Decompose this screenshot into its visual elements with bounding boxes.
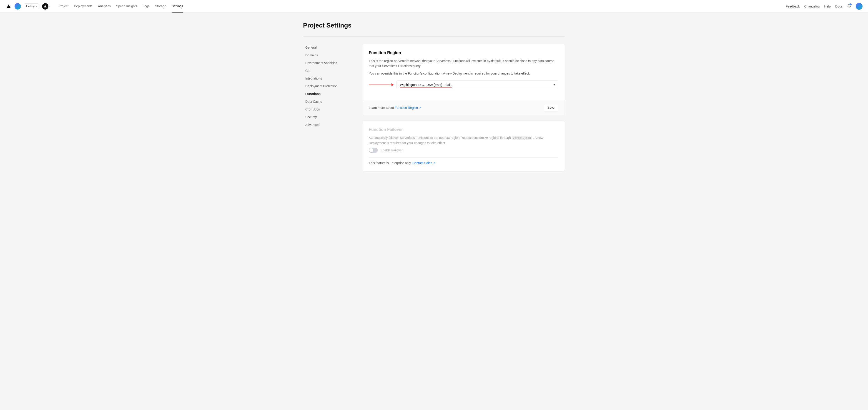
function-region-card-body: Function Region This is the region on Ve… bbox=[362, 44, 565, 100]
function-region-card-footer: Learn more about Function Region ↗ Save bbox=[362, 100, 565, 115]
sidebar-item-domains[interactable]: Domains bbox=[303, 52, 353, 59]
region-select-wrapper: Washington, D.C., USA (East) – iad1 ▾ bbox=[369, 81, 558, 89]
enterprise-notice: This feature is Enterprise only. Contact… bbox=[369, 157, 558, 165]
nav-project[interactable]: Project bbox=[59, 0, 69, 12]
function-region-link[interactable]: Function Region ↗ bbox=[395, 106, 421, 109]
nav-settings[interactable]: Settings bbox=[172, 0, 183, 12]
docs-link[interactable]: Docs bbox=[835, 4, 842, 8]
function-failover-desc: Automatically failover Serverless Functi… bbox=[369, 135, 558, 146]
red-arrow-line bbox=[369, 85, 392, 85]
toggle-wrapper: Enable Failover bbox=[369, 148, 558, 153]
page-title: Project Settings bbox=[303, 22, 565, 29]
sidebar-item-security[interactable]: Security bbox=[303, 114, 353, 121]
help-link[interactable]: Help bbox=[824, 4, 831, 8]
header-left: Hobby ▾ ▾ Project Deployments Analytics … bbox=[5, 0, 786, 12]
enable-failover-toggle[interactable] bbox=[369, 148, 378, 153]
hobby-label: Hobby bbox=[26, 4, 35, 8]
notification-bell[interactable] bbox=[847, 4, 851, 9]
function-region-desc1: This is the region on Vercel's network t… bbox=[369, 58, 558, 69]
nav-storage[interactable]: Storage bbox=[155, 0, 166, 12]
sidebar-item-env-vars[interactable]: Environment Variables bbox=[303, 59, 353, 67]
function-failover-card-body: Function Failover Automatically failover… bbox=[362, 121, 565, 171]
nav-logs[interactable]: Logs bbox=[143, 0, 150, 12]
header-right: Feedback Changelog Help Docs bbox=[786, 3, 863, 10]
sidebar: General Domains Environment Variables Gi… bbox=[303, 44, 353, 177]
external-link-icon: ↗ bbox=[419, 106, 421, 109]
region-value-underlined: Washington, D.C., USA (East) – iad1 bbox=[400, 83, 452, 88]
changelog-link[interactable]: Changelog bbox=[804, 4, 820, 8]
region-select[interactable]: Washington, D.C., USA (East) – iad1 ▾ bbox=[397, 81, 558, 89]
vercel-logo[interactable] bbox=[5, 3, 12, 9]
function-region-card: Function Region This is the region on Ve… bbox=[362, 44, 565, 115]
toggle-knob bbox=[369, 148, 373, 152]
sidebar-item-git[interactable]: Git bbox=[303, 67, 353, 74]
toggle-label: Enable Failover bbox=[380, 149, 403, 152]
function-region-title: Function Region bbox=[369, 51, 558, 55]
sidebar-item-cron-jobs[interactable]: Cron Jobs bbox=[303, 106, 353, 113]
feedback-link[interactable]: Feedback bbox=[786, 4, 800, 8]
nav-speed-insights[interactable]: Speed Insights bbox=[116, 0, 137, 12]
contact-sales-external-icon: ↗ bbox=[433, 161, 436, 165]
contact-sales-link[interactable]: Contact Sales ↗ bbox=[412, 161, 436, 165]
sidebar-item-general[interactable]: General bbox=[303, 44, 353, 51]
function-region-desc2: You can override this in the Function's … bbox=[369, 71, 558, 76]
hobby-chevron-icon: ▾ bbox=[36, 5, 37, 7]
footer-prefix: Learn more about bbox=[369, 106, 395, 109]
footer-learn-more: Learn more about Function Region ↗ bbox=[369, 106, 421, 109]
function-failover-card: Function Failover Automatically failover… bbox=[362, 121, 565, 171]
red-arrow-head bbox=[392, 83, 394, 86]
user-nav: ▾ bbox=[42, 3, 51, 9]
user-chevron-icon[interactable]: ▾ bbox=[49, 5, 51, 7]
main-nav: Project Deployments Analytics Speed Insi… bbox=[53, 0, 189, 12]
user-avatar-small[interactable] bbox=[42, 3, 49, 9]
page-divider bbox=[303, 36, 565, 37]
sidebar-item-advanced[interactable]: Advanced bbox=[303, 121, 353, 128]
sidebar-item-functions[interactable]: Functions bbox=[303, 90, 353, 97]
content-layout: General Domains Environment Variables Gi… bbox=[303, 44, 565, 177]
user-avatar[interactable] bbox=[856, 3, 863, 10]
region-selected-value: Washington, D.C., USA (East) – iad1 bbox=[400, 83, 452, 87]
sidebar-item-deployment-protection[interactable]: Deployment Protection bbox=[303, 83, 353, 90]
hobby-badge[interactable]: Hobby ▾ bbox=[24, 3, 39, 9]
nav-analytics[interactable]: Analytics bbox=[98, 0, 111, 12]
sidebar-item-data-cache[interactable]: Data Cache bbox=[303, 98, 353, 105]
main-content: Function Region This is the region on Ve… bbox=[362, 44, 565, 177]
red-arrow-indicator bbox=[369, 83, 394, 86]
project-avatar[interactable] bbox=[14, 3, 21, 9]
select-chevron-icon: ▾ bbox=[554, 83, 555, 86]
save-button[interactable]: Save bbox=[544, 104, 558, 112]
page-container: Project Settings General Domains Environ… bbox=[298, 13, 570, 186]
sidebar-item-integrations[interactable]: Integrations bbox=[303, 75, 353, 82]
enterprise-prefix: This feature is Enterprise only. bbox=[369, 161, 411, 165]
notification-dot bbox=[850, 3, 851, 5]
header: Hobby ▾ ▾ Project Deployments Analytics … bbox=[0, 0, 868, 13]
nav-deployments[interactable]: Deployments bbox=[74, 0, 93, 12]
function-failover-title: Function Failover bbox=[369, 127, 558, 132]
vercel-json-code: vercel.json bbox=[512, 136, 532, 140]
